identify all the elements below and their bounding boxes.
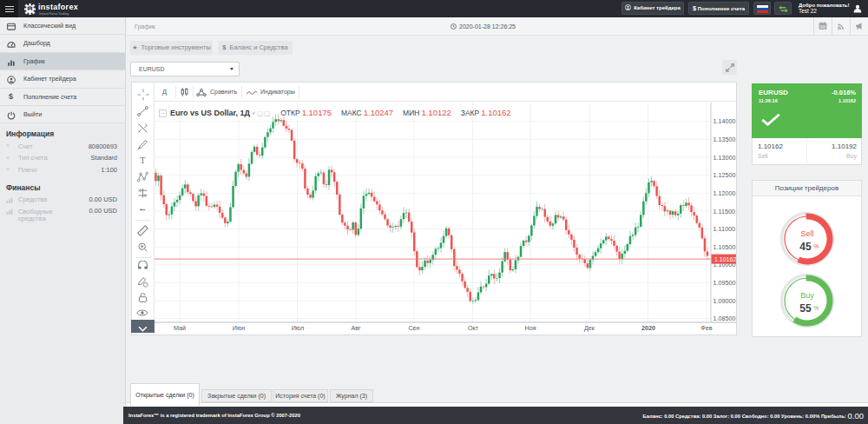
svg-text:%: % <box>813 243 819 249</box>
svg-text:1.10500: 1.10500 <box>713 243 736 251</box>
svg-text:Июл: Июл <box>292 324 305 332</box>
svg-text:1.11000: 1.11000 <box>713 225 735 233</box>
svg-text:%: % <box>813 305 819 311</box>
svg-text:45: 45 <box>799 241 812 253</box>
svg-text:1.11500: 1.11500 <box>713 208 735 215</box>
svg-text:1.13000: 1.13000 <box>713 154 736 162</box>
svg-text:Ноя: Ноя <box>524 324 536 332</box>
svg-text:Buy: Buy <box>800 291 814 300</box>
svg-text:Май: Май <box>174 324 186 332</box>
svg-text:55: 55 <box>799 302 812 315</box>
svg-text:Окт: Окт <box>468 324 479 332</box>
svg-text:1.08500: 1.08500 <box>713 315 736 322</box>
svg-text:2020: 2020 <box>641 324 655 332</box>
svg-text:1.09000: 1.09000 <box>713 297 736 305</box>
svg-text:Авг: Авг <box>351 324 361 332</box>
svg-text:1.09500: 1.09500 <box>713 279 736 287</box>
svg-text:1.14000: 1.14000 <box>713 117 736 125</box>
svg-text:Дек: Дек <box>584 324 595 332</box>
svg-text:1.13500: 1.13500 <box>713 136 736 143</box>
svg-text:Фев: Фев <box>700 324 712 332</box>
svg-text:1.10162: 1.10162 <box>714 256 736 262</box>
svg-text:Сен: Сен <box>408 324 419 332</box>
svg-text:1.12500: 1.12500 <box>713 171 736 179</box>
svg-text:Июн: Июн <box>233 324 246 332</box>
svg-text:1.12000: 1.12000 <box>713 189 736 197</box>
svg-text:Sell: Sell <box>800 229 813 238</box>
